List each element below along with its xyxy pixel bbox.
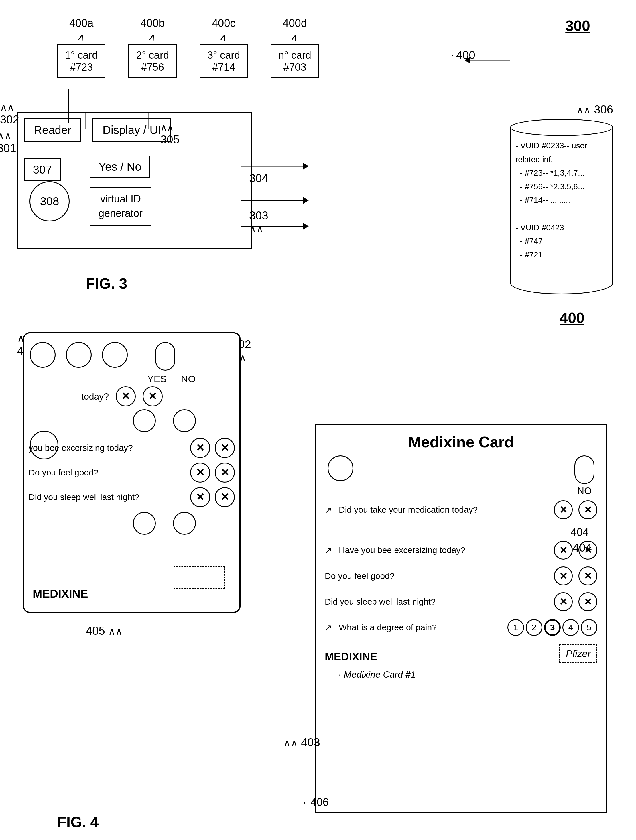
circle-left-side <box>30 431 58 459</box>
q2-text: Do you feel good? <box>28 468 186 477</box>
pain-2: 2 <box>526 619 542 636</box>
db-text: - VUID #0233-- user related inf. - #723-… <box>515 139 608 289</box>
database-container: ∧∧ 306 - VUID #0233-- user related inf. … <box>510 103 613 294</box>
extra-circle-row <box>24 507 239 535</box>
q3-text: Did you sleep well last night? <box>28 492 186 502</box>
svg-marker-7 <box>303 223 309 230</box>
rc-q3-xcircles: ✕ ✕ <box>554 567 597 586</box>
system-box: Reader Display / UI 307 Yes / No virtual… <box>17 112 252 249</box>
x-q2-no: ✕ <box>215 463 235 483</box>
pill-right-card <box>574 455 595 484</box>
box-307: 307 <box>24 158 61 181</box>
medixine-label-left: MEDIXINE <box>33 587 88 600</box>
system-container: ∧∧ 302 ∧∧ 301 Reader Display / UI 307 Ye… <box>17 112 252 249</box>
card-400d-label: 400d <box>282 17 307 30</box>
right-card-top-row: NO <box>316 455 606 496</box>
circle-top-3 <box>102 342 128 368</box>
label-303: 303 ∧∧ <box>249 209 268 235</box>
circle-empty-1 <box>133 409 156 432</box>
arrow-card-num: → <box>333 669 342 680</box>
x-q3-yes: ✕ <box>190 487 210 507</box>
label-301: ∧∧ 301 <box>0 129 16 155</box>
left-card-inner: YES NO today? ✕ ✕ you bee excersizing to… <box>23 332 240 613</box>
svg-marker-5 <box>303 197 309 204</box>
rc-q4-xcircles: ✕ ✕ <box>554 592 597 611</box>
xc-rc-q3-no: ✕ <box>578 567 597 586</box>
virtual-id-box: virtual IDgenerator <box>90 187 152 226</box>
card-400c-label: 400c <box>212 17 235 30</box>
left-card-top-row <box>24 333 239 371</box>
pain-3: 3 <box>544 619 561 636</box>
card-400a: 400a ∧ 1° card #723 <box>57 17 106 78</box>
xc-rc-q4-yes: ✕ <box>554 592 573 611</box>
xc-rc-q1-yes: ✕ <box>554 501 573 519</box>
cylinder: - VUID #0233-- user related inf. - #723-… <box>510 119 613 294</box>
xc-rc-q2-yes: ✕ <box>554 541 573 560</box>
yes-no-box: Yes / No <box>90 156 150 178</box>
card-400c: 400c ∧ 3° card #714 <box>200 17 248 78</box>
label-400-group: 400 <box>453 49 475 62</box>
cards-row: 400a ∧ 1° card #723 400b ∧ 2° card #756 … <box>57 17 319 78</box>
arrow-q2: ↗ <box>325 545 332 555</box>
arrow-q1: ↗ <box>325 505 332 515</box>
xc-rc-q3-yes: ✕ <box>554 567 573 586</box>
q2-row: Do you feel good? ✕ ✕ <box>24 458 239 483</box>
rc-q4-text: Did you sleep well last night? <box>325 597 549 606</box>
x-q1-no: ✕ <box>215 438 235 458</box>
today-row: today? ✕ ✕ <box>24 385 239 406</box>
dashed-box-left <box>174 566 225 589</box>
no-label-left: NO <box>181 373 196 385</box>
right-card-bottom: MEDIXINE Pfizer <box>316 644 606 669</box>
no-label-right: NO <box>577 485 592 496</box>
yes-label: YES <box>147 373 167 385</box>
fig4-caption: FIG. 4 <box>57 813 98 831</box>
page: 300 400a ∧ 1° card #723 400b ∧ 2° card #… <box>0 0 636 840</box>
yes-no-labels: YES NO <box>24 371 239 385</box>
rc-q3-row: Do you feel good? ✕ ✕ <box>316 567 606 586</box>
right-card: Medixine Card NO ↗ Did you take your med… <box>315 424 607 813</box>
card-400b: 400b ∧ 2° card #756 <box>128 17 177 78</box>
circle-extra-1 <box>133 512 156 535</box>
x-q2-yes: ✕ <box>190 463 210 483</box>
circle-extra-2 <box>173 512 196 535</box>
reader-box: Reader <box>24 118 81 142</box>
pain-numbers: 1 2 3 4 5 <box>507 619 597 636</box>
svg-marker-3 <box>303 163 309 169</box>
rc-q2-row: ↗ Have you bee excersizing today? ✕ ✕ <box>316 541 606 560</box>
x-q1-yes: ✕ <box>190 438 210 458</box>
card-number: Medixine Card #1 <box>344 669 415 680</box>
xc-rc-q4-no: ✕ <box>578 592 597 611</box>
label-406: → 406 <box>298 796 329 808</box>
arrow-pain: ↗ <box>325 623 332 633</box>
card-400d: 400d ∧ n° card #703 <box>271 17 319 78</box>
circle-308: 308 <box>30 181 69 221</box>
rc-q1-xcircles: ✕ ✕ <box>554 501 597 519</box>
pain-text: What is a degree of pain? <box>339 623 503 632</box>
label-403: ∧∧ 403 <box>284 736 320 749</box>
label-304: 304 <box>249 172 268 185</box>
card-number-line: → Medixine Card #1 <box>325 669 597 685</box>
ref-mark-400b: ∧ <box>147 30 158 44</box>
card-400a-box: 1° card #723 <box>57 44 106 78</box>
rc-q2-text: Have you bee excersizing today? <box>339 545 549 555</box>
display-box: Display / UI <box>93 118 171 142</box>
fig3-caption: FIG. 3 <box>86 275 127 292</box>
empty-circle-row <box>24 406 239 432</box>
rc-q3-text: Do you feel good? <box>325 571 549 581</box>
x-circle-today-yes: ✕ <box>116 386 136 406</box>
rc-q1-row: ↗ Did you take your medication today? ✕ … <box>316 501 606 519</box>
right-card-title: Medixine Card <box>316 433 606 451</box>
label-404-rc: 404 <box>316 526 606 538</box>
label-400-fig4: 400 <box>560 309 584 327</box>
label-300: 300 <box>565 17 590 35</box>
card-400a-label: 400a <box>69 17 94 30</box>
q3-row: Did you sleep well last night? ✕ ✕ <box>24 483 239 507</box>
pfizer-box: Pfizer <box>559 644 597 663</box>
medixine-label-right: MEDIXINE <box>325 651 377 663</box>
x-circle-today-no: ✕ <box>143 386 163 406</box>
ref-mark-400c: ∧ <box>218 30 229 44</box>
label-302: ∧∧ 302 <box>0 100 19 126</box>
card-400d-box: n° card #703 <box>271 44 319 78</box>
label-305: ∧∧ 305 <box>160 120 180 146</box>
xc-rc-q1-no: ✕ <box>578 501 597 519</box>
